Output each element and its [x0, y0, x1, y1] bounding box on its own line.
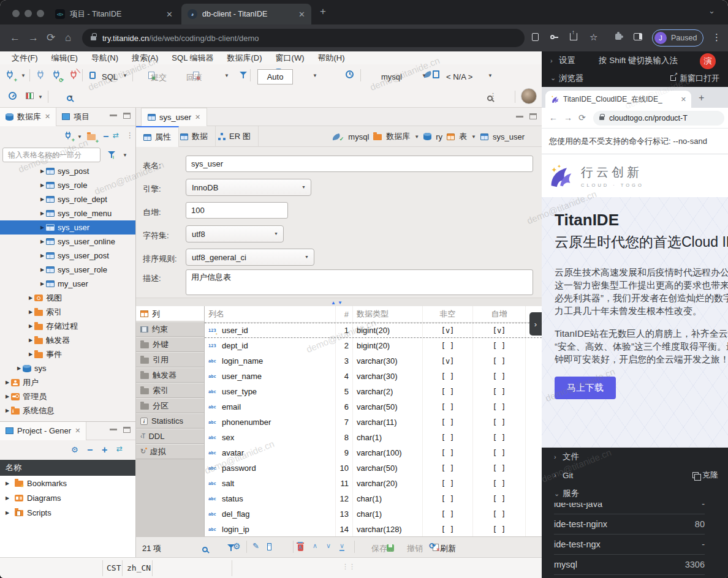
tree-item[interactable]: ▶ sys_role_menu [0, 206, 135, 220]
close-icon[interactable]: ✕ [195, 113, 200, 121]
link-editor-icon[interactable]: ⇄ [116, 445, 123, 453]
column-header-cell[interactable]: 非空 [423, 306, 473, 322]
commit-label[interactable]: 提交 [151, 72, 167, 83]
maximize-panel-icon[interactable] [123, 427, 131, 433]
panel-menu-dots-icon[interactable]: ⋮ [126, 131, 134, 140]
breadcrumb-table[interactable]: sys_user [493, 132, 525, 141]
table-row[interactable]: abcpassword 10 varchar(50) [ ] [ ] [205, 460, 542, 476]
history-icon[interactable] [346, 70, 354, 78]
services-section[interactable]: ⌄服务 [542, 484, 728, 503]
tree-item[interactable]: ▶ 管理员 [0, 389, 135, 403]
profile-paused-pill[interactable]: J Paused [652, 29, 703, 47]
tree-item[interactable]: ▶ sys_post [0, 164, 135, 178]
expand-arrow-icon[interactable]: ▶ [4, 481, 11, 486]
table-filter-input[interactable]: 输入表格名称的一部分 [2, 148, 100, 162]
board-dropdown-icon[interactable]: ▼ [38, 94, 43, 100]
not-null-checkbox[interactable]: [ ] [441, 479, 455, 488]
expand-arrow-icon[interactable]: ▶ [39, 225, 46, 230]
not-null-checkbox[interactable]: [ ] [441, 342, 455, 350]
new-connection-icon[interactable]: + [5, 70, 15, 82]
tree-item[interactable]: ▶ 存储过程 [0, 319, 135, 333]
table-row[interactable]: 123dept_id 2 bigint(20) [ ] [ ] [205, 338, 542, 353]
minimize-window-icon[interactable] [25, 10, 32, 17]
link-editor-icon[interactable]: ⇄ [113, 131, 119, 140]
description-textarea[interactable]: 用户信息表 [186, 269, 533, 295]
browser-menu-icon[interactable]: ⋮ [712, 32, 721, 43]
collapse-all-icon[interactable]: − [87, 445, 93, 456]
auto-increment-checkbox[interactable]: [ ] [493, 479, 506, 488]
new-tab-button[interactable]: + [699, 92, 704, 103]
close-icon[interactable]: ✕ [45, 113, 50, 121]
section-nav-item[interactable]: 引用 [136, 352, 204, 367]
expand-arrow-icon[interactable]: ▶ [4, 510, 11, 516]
not-null-checkbox[interactable]: [ ] [441, 495, 455, 503]
project-item[interactable]: ▶ Scripts [0, 505, 135, 520]
table-row[interactable]: abcphonenumber 7 varchar(11) [ ] [ ] [205, 415, 542, 430]
splitter-collapse-icons[interactable]: ▲▼ [331, 300, 344, 306]
expand-arrow-icon[interactable]: ▶ [4, 408, 11, 413]
auto-commit-select[interactable]: Auto [257, 69, 293, 84]
column-header-cell[interactable]: 自增 [473, 306, 526, 322]
open-new-window-button[interactable]: 新窗口打开 [670, 73, 719, 84]
expand-arrow-icon[interactable]: ▶ [27, 309, 34, 315]
git-clone-button[interactable]: 克隆 [692, 470, 718, 481]
preview-address-bar[interactable]: cloudtogo.cn/product-T [593, 111, 724, 126]
table-row[interactable]: abcsex 8 char(1) [ ] [ ] [205, 430, 542, 445]
menu-item[interactable]: SQL 编辑器 [165, 53, 220, 64]
project-item[interactable]: ▶ Bookmarks [0, 476, 135, 490]
close-tab-icon[interactable]: ✕ [166, 10, 173, 19]
search-dropdown-icon[interactable]: ▼ [69, 94, 74, 100]
undo-button[interactable]: 撤销 [407, 543, 423, 554]
breadcrumb-databases[interactable]: 数据库 [386, 131, 410, 142]
menu-item[interactable]: 窗口(W) [269, 53, 311, 64]
preview-tab[interactable]: TitanIDE_CloudIDE_在线IDE_ ✕ [545, 91, 691, 108]
column-header-cell[interactable]: # [336, 306, 353, 322]
expand-arrow-icon[interactable]: ▶ [39, 239, 46, 244]
window-controls[interactable] [12, 9, 49, 20]
auto-increment-checkbox[interactable]: [ ] [493, 449, 506, 457]
expand-arrow-icon[interactable]: ▶ [27, 351, 34, 357]
maximize-panel-icon[interactable] [123, 113, 131, 119]
project-item[interactable]: ▶ Diagrams [0, 490, 135, 505]
tree-item[interactable]: ▶ 用户 [0, 375, 135, 389]
expand-arrow-icon[interactable]: ▶ [27, 337, 34, 343]
not-null-checkbox[interactable]: [ ] [441, 464, 455, 473]
forward-icon[interactable]: → [28, 32, 39, 44]
refresh-button[interactable]: 刷新 [440, 543, 456, 554]
column-header-cell[interactable]: 列名 [205, 306, 336, 322]
menu-item[interactable]: 导航(N) [85, 53, 125, 64]
column-header-cell[interactable]: 数据类型 [353, 306, 423, 322]
connect-icon[interactable] [36, 70, 45, 82]
save-button[interactable]: 保存... [371, 543, 394, 554]
auto-increment-checkbox[interactable]: [ ] [493, 525, 506, 534]
move-top-icon[interactable]: ∧ [298, 542, 303, 551]
expand-all-icon[interactable]: + [102, 445, 107, 456]
sql-editor-label[interactable]: SQL [102, 72, 118, 81]
not-null-checkbox[interactable]: [ ] [441, 525, 455, 534]
filter-dropdown-icon[interactable]: ▼ [123, 152, 127, 158]
download-button[interactable]: 马上下载 [555, 377, 616, 399]
history-dropdown-icon[interactable]: ▼ [313, 73, 317, 78]
disconnect-icon[interactable]: ⟍ [69, 70, 78, 82]
tab-project-general[interactable]: Project - Gener ✕ [0, 422, 86, 440]
section-nav-item[interactable]: 约束 [136, 321, 204, 337]
move-up-icon[interactable]: ∧ [313, 542, 317, 550]
auto-increment-checkbox[interactable]: [ ] [493, 357, 506, 366]
not-null-checkbox[interactable]: [ ] [441, 388, 455, 396]
browser-tab-db-client[interactable]: ◕ db-client - TitanIDE ✕ [181, 4, 311, 24]
editor-tab-sys-user[interactable]: sys_user ✕ [141, 108, 207, 126]
new-connection-dropdown-icon[interactable]: ▼ [21, 73, 26, 78]
address-bar[interactable]: try.titanide.cn/ide/web/coding/db-client… [82, 29, 525, 47]
filter-funnel-icon[interactable] [108, 151, 115, 158]
grid-search-icon[interactable] [202, 547, 208, 552]
schema-dropdown-icon[interactable]: ▼ [488, 73, 493, 78]
minimize-panel-icon[interactable] [110, 428, 117, 430]
tree-item[interactable]: ▶ 视图 [0, 291, 135, 305]
tree-item[interactable]: ▶ sys_user_post [0, 249, 135, 263]
tree-item[interactable]: ▶ sys_user_role [0, 263, 135, 277]
table-row[interactable]: abcstatus 12 char(1) [ ] [ ] [205, 491, 542, 506]
expand-arrow-icon[interactable]: ▶ [39, 182, 46, 188]
connection-dropdown-icon[interactable]: ▼ [77, 134, 82, 140]
not-null-checkbox[interactable]: [ ] [441, 372, 455, 381]
section-nav-item[interactable]: ‹T DDL [136, 429, 204, 444]
